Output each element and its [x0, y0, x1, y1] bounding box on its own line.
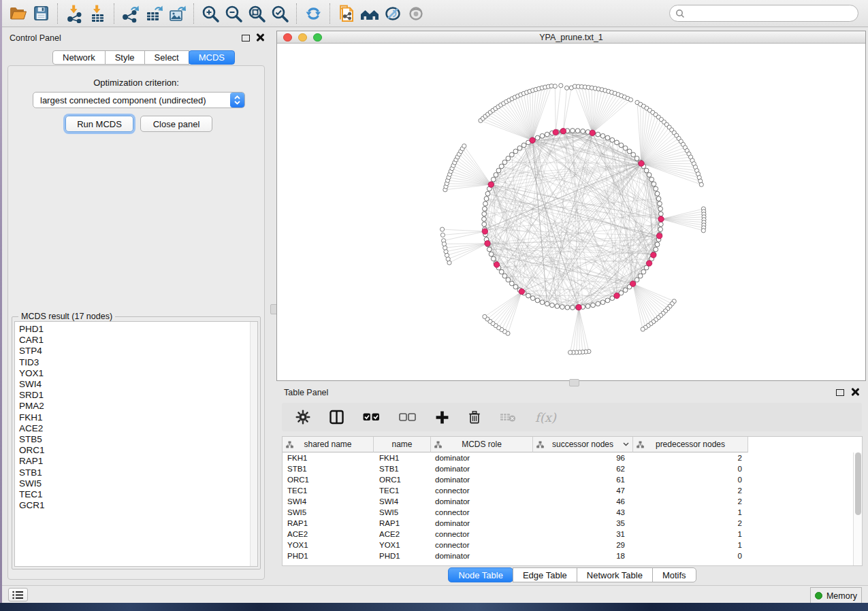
table-cell-successors[interactable]: 43	[533, 507, 633, 518]
result-list-scrollbar[interactable]	[250, 322, 257, 566]
table-cell-role[interactable]: dominator	[431, 452, 533, 463]
tab-network[interactable]: Network	[52, 50, 106, 65]
table-cell-predecessors[interactable]: 0	[633, 550, 748, 561]
table-cell-successors[interactable]: 62	[533, 463, 633, 474]
mcds-result-item[interactable]: ORC1	[19, 445, 257, 456]
tab-edge-table[interactable]: Edge Table	[513, 567, 577, 582]
table-cell-name[interactable]: SWI4	[374, 496, 431, 507]
scrollbar-thumb[interactable]	[855, 452, 861, 515]
apply-layout-button[interactable]	[302, 2, 325, 25]
mcds-result-item[interactable]: SRD1	[19, 390, 257, 401]
node-table-row[interactable]: RAP1RAP1dominator352	[283, 518, 853, 529]
task-history-button[interactable]	[8, 588, 28, 601]
table-cell-successors[interactable]: 18	[533, 550, 633, 561]
table-cell-role[interactable]: connector	[431, 529, 533, 540]
mcds-result-item[interactable]: STB5	[19, 434, 257, 445]
table-cell-role[interactable]: connector	[431, 485, 533, 496]
table-cell-name[interactable]: YOX1	[374, 540, 431, 550]
table-options-gear-icon[interactable]	[295, 410, 310, 425]
table-cell-shared_name[interactable]: YOX1	[283, 540, 374, 550]
table-cell-name[interactable]: ACE2	[374, 529, 431, 540]
table-cell-successors[interactable]: 61	[533, 474, 633, 485]
column-header-successor-nodes[interactable]: successor nodes	[533, 437, 633, 452]
node-table-row[interactable]: YOX1YOX1connector291	[283, 540, 853, 550]
float-panel-icon[interactable]	[836, 389, 844, 396]
export-image-button[interactable]	[165, 2, 189, 25]
table-cell-predecessors[interactable]: 0	[633, 474, 748, 485]
node-table-row[interactable]: PHD1PHD1dominator180	[283, 550, 853, 561]
mcds-result-item[interactable]: ACE2	[19, 423, 257, 434]
mcds-result-item[interactable]: PMA2	[19, 401, 257, 412]
column-header-name[interactable]: name	[374, 437, 431, 452]
import-table-button[interactable]	[86, 2, 109, 25]
table-cell-successors[interactable]: 96	[533, 452, 633, 463]
table-cell-shared_name[interactable]: SWI5	[283, 507, 374, 518]
mcds-result-item[interactable]: TEC1	[19, 489, 257, 500]
export-network-button[interactable]	[119, 2, 142, 25]
table-cell-shared_name[interactable]: FKH1	[283, 452, 374, 463]
mcds-result-item[interactable]: SWI4	[19, 379, 257, 390]
table-cell-shared_name[interactable]: TEC1	[283, 485, 374, 496]
table-cell-shared_name[interactable]: SWI4	[283, 496, 374, 507]
table-cell-name[interactable]: SWI5	[374, 507, 431, 518]
save-session-button[interactable]	[29, 2, 52, 25]
node-table-row[interactable]: ORC1ORC1dominator610	[283, 474, 853, 485]
table-cell-role[interactable]: dominator	[431, 496, 533, 507]
show-columns-icon[interactable]	[329, 410, 344, 425]
table-cell-predecessors[interactable]: 2	[633, 452, 748, 463]
tab-node-table[interactable]: Node Table	[448, 567, 513, 582]
table-cell-predecessors[interactable]: 1	[633, 529, 748, 540]
node-table-row[interactable]: ACE2ACE2connector311	[283, 529, 853, 540]
zoom-in-button[interactable]	[199, 2, 222, 25]
node-table-row[interactable]: FKH1FKH1dominator962	[283, 452, 853, 463]
table-cell-name[interactable]: TEC1	[374, 485, 431, 496]
table-cell-predecessors[interactable]: 2	[633, 518, 748, 529]
node-table-row[interactable]: TEC1TEC1connector472	[283, 485, 853, 496]
column-header-predecessor-nodes[interactable]: predecessor nodes	[633, 437, 748, 452]
mcds-result-item[interactable]: STP4	[19, 346, 257, 357]
new-network-button[interactable]	[335, 2, 358, 25]
mcds-result-item[interactable]: CAR1	[19, 335, 257, 346]
table-cell-successors[interactable]: 31	[533, 529, 633, 540]
table-cell-role[interactable]: dominator	[431, 463, 533, 474]
mcds-result-item[interactable]: PHD1	[19, 324, 257, 335]
zoom-selected-button[interactable]	[268, 2, 291, 25]
table-cell-shared_name[interactable]: RAP1	[283, 518, 374, 529]
table-cell-role[interactable]: dominator	[431, 550, 533, 561]
table-cell-successors[interactable]: 47	[533, 485, 633, 496]
mcds-result-item[interactable]: STB1	[19, 467, 257, 478]
network-window-titlebar[interactable]: YPA_prune.txt_1	[277, 31, 865, 44]
close-panel-icon[interactable]	[256, 33, 264, 42]
table-cell-role[interactable]: dominator	[431, 518, 533, 529]
table-cell-name[interactable]: PHD1	[374, 550, 431, 561]
mcds-result-item[interactable]: SWI5	[19, 478, 257, 489]
export-table-button[interactable]	[142, 2, 165, 25]
table-cell-predecessors[interactable]: 2	[633, 496, 748, 507]
tab-motifs[interactable]: Motifs	[652, 567, 696, 582]
mcds-result-item[interactable]: FKH1	[19, 412, 257, 423]
memory-button[interactable]: Memory	[810, 587, 862, 604]
table-cell-shared_name[interactable]: PHD1	[283, 550, 374, 561]
node-table-row[interactable]: SWI5SWI5connector431	[283, 507, 853, 518]
table-cell-role[interactable]: connector	[431, 507, 533, 518]
select-all-icon[interactable]	[363, 411, 381, 423]
search-box[interactable]	[669, 5, 858, 22]
zoom-fit-button[interactable]	[245, 2, 268, 25]
table-cell-successors[interactable]: 29	[533, 540, 633, 550]
float-panel-icon[interactable]	[242, 35, 250, 42]
search-input[interactable]	[685, 7, 858, 20]
delete-trash-icon[interactable]	[468, 410, 481, 425]
hide-graphics-details-button[interactable]	[381, 2, 404, 25]
table-cell-shared_name[interactable]: STB1	[283, 463, 374, 474]
table-scrollbar[interactable]	[853, 452, 862, 565]
table-cell-successors[interactable]: 46	[533, 496, 633, 507]
criterion-dropdown[interactable]: largest connected component (undirected)	[33, 92, 245, 108]
table-cell-name[interactable]: FKH1	[374, 452, 431, 463]
tab-mcds[interactable]: MCDS	[189, 50, 235, 65]
table-cell-shared_name[interactable]: ACE2	[283, 529, 374, 540]
table-cell-predecessors[interactable]: 0	[633, 463, 748, 474]
add-icon[interactable]	[435, 410, 449, 425]
close-panel-icon[interactable]	[851, 388, 859, 396]
tab-style[interactable]: Style	[105, 50, 145, 65]
tab-select[interactable]: Select	[144, 50, 189, 65]
